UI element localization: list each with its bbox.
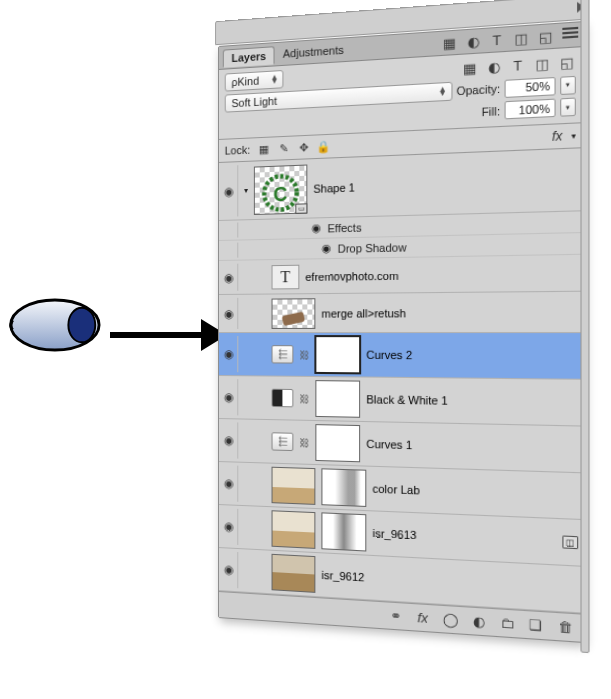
layer-row-selected[interactable]: ◉ ⬱ ⛓ Curves 2 — [219, 333, 583, 380]
layer-thumb[interactable] — [272, 467, 316, 505]
filter-adjust-icon[interactable]: ◐ — [465, 33, 480, 49]
fx-dropdown-icon[interactable]: ▾ — [571, 131, 576, 141]
lock-all-icon[interactable]: 🔒 — [316, 138, 332, 155]
filter-pixel-icon[interactable]: ▦ — [442, 35, 457, 51]
layer-thumb[interactable] — [272, 510, 316, 549]
vector-badge-icon: ▭ — [295, 203, 307, 214]
layer-name[interactable]: isr_9612 — [321, 569, 364, 584]
visibility-eye-icon[interactable]: ◉ — [311, 221, 321, 235]
curves-adjust-icon: ⬱ — [272, 345, 294, 363]
layer-name[interactable]: Curves 1 — [366, 438, 412, 452]
filter-pixel2-icon[interactable]: ▦ — [461, 59, 478, 77]
layer-name[interactable]: Black & White 1 — [366, 393, 448, 407]
visibility-eye-icon[interactable]: ◉ — [219, 551, 238, 588]
link-icon[interactable]: ⛓ — [299, 433, 309, 452]
mask-thumb[interactable] — [321, 512, 366, 551]
layer-name[interactable]: Shape 1 — [313, 181, 355, 195]
layer-row[interactable]: ◉ ⛓ Black & White 1 — [219, 376, 583, 427]
kind-label: Kind — [238, 74, 259, 87]
visibility-eye-icon[interactable]: ◉ — [219, 298, 238, 329]
effects-label: Effects — [327, 221, 361, 234]
curves-adjust-icon: ⬱ — [272, 432, 294, 451]
mask-thumb[interactable] — [315, 380, 360, 418]
new-fill-adjust-icon[interactable]: ◐ — [470, 612, 487, 630]
eye-icon — [5, 290, 101, 360]
layer-name[interactable]: efremovphoto.com — [305, 269, 398, 283]
layers-panel: Layers Adjustments ▦ ◐ T ◫ ◱ ρ Kind ▲▼ ▦ — [218, 21, 584, 643]
layer-row[interactable]: ◉ merge all>retush — [219, 292, 583, 333]
filter-smart2-icon[interactable]: ◱ — [558, 53, 576, 71]
visibility-eye-icon[interactable]: ◉ — [219, 508, 238, 545]
drop-shadow-label: Drop Shadow — [338, 241, 407, 255]
fx-indicator[interactable]: fx — [552, 129, 562, 145]
link-icon[interactable]: ⛓ — [299, 389, 309, 408]
layer-name[interactable]: isr_9613 — [372, 527, 416, 542]
blend-mode-value: Soft Light — [232, 95, 277, 110]
visibility-blank[interactable] — [219, 222, 238, 238]
visibility-eye-icon[interactable]: ◉ — [219, 422, 238, 459]
visibility-blank[interactable] — [219, 243, 238, 258]
layer-name[interactable]: Curves 2 — [366, 349, 412, 362]
type-layer-icon: T — [272, 264, 300, 289]
link-layers-icon[interactable]: ⚭ — [387, 607, 404, 625]
svg-point-1 — [68, 308, 95, 343]
filter-type2-icon[interactable]: T — [509, 56, 527, 74]
smart-object-icon: ◫ — [562, 535, 578, 549]
visibility-eye-icon[interactable]: ◉ — [321, 242, 331, 256]
layer-thumb[interactable] — [272, 298, 316, 329]
tab-adjustments[interactable]: Adjustments — [275, 41, 352, 62]
layer-row[interactable]: ◉ T efremovphoto.com — [219, 255, 583, 295]
new-group-icon[interactable]: 🗀 — [498, 614, 516, 632]
visibility-eye-icon[interactable]: ◉ — [219, 379, 238, 415]
layer-thumb[interactable] — [272, 554, 316, 593]
visibility-eye-icon[interactable]: ◉ — [219, 264, 238, 291]
visibility-eye-icon[interactable]: ◉ — [219, 165, 238, 217]
bw-adjust-icon — [272, 389, 294, 408]
lock-position-icon[interactable]: ✥ — [296, 139, 312, 156]
visibility-eye-icon[interactable]: ◉ — [219, 336, 238, 372]
add-mask-icon[interactable]: ◯ — [442, 611, 459, 629]
mask-thumb[interactable] — [321, 468, 366, 507]
filter-shape2-icon[interactable]: ◫ — [533, 55, 551, 73]
filter-smart-icon[interactable]: ◱ — [538, 28, 554, 44]
fill-input[interactable]: 100% — [505, 99, 556, 120]
layer-list: ◉ ▾ C ▭ Shape 1 ◉ Effects — [219, 148, 583, 613]
filter-type-icon[interactable]: T — [489, 32, 504, 48]
eye-arrow-illustration — [5, 280, 225, 400]
fx-menu-icon[interactable]: fx — [414, 609, 431, 627]
panel-frame-edge — [580, 0, 589, 653]
layer-name[interactable]: color Lab — [372, 482, 419, 496]
panel-menu-icon[interactable] — [562, 27, 578, 43]
retouch-content — [282, 311, 306, 326]
mask-thumb[interactable] — [315, 336, 360, 373]
link-icon[interactable]: ⛓ — [299, 345, 309, 363]
lock-transparency-icon[interactable]: ▦ — [256, 141, 272, 158]
svg-text:C: C — [273, 181, 287, 204]
opacity-input[interactable]: 50% — [505, 76, 556, 97]
delete-layer-icon[interactable]: 🗑 — [556, 618, 574, 636]
fill-dropdown-icon[interactable]: ▾ — [560, 98, 576, 117]
layer-name[interactable]: merge all>retush — [321, 306, 406, 319]
filter-adjust2-icon[interactable]: ◐ — [485, 58, 502, 76]
expand-triangle-icon[interactable]: ▾ — [244, 186, 248, 195]
filter-shape-icon[interactable]: ◫ — [513, 30, 528, 46]
new-layer-icon[interactable]: ❏ — [527, 616, 545, 634]
kind-select[interactable]: ρ Kind ▲▼ — [225, 70, 284, 92]
arrow-line — [110, 332, 205, 338]
lock-label: Lock: — [225, 144, 251, 157]
tab-layers[interactable]: Layers — [223, 46, 275, 68]
lock-pixels-icon[interactable]: ✎ — [276, 140, 292, 157]
layer-thumb[interactable]: C ▭ — [254, 164, 307, 215]
visibility-eye-icon[interactable]: ◉ — [219, 465, 238, 502]
mask-thumb[interactable] — [315, 424, 360, 462]
opacity-label: Opacity: — [456, 82, 500, 97]
opacity-dropdown-icon[interactable]: ▾ — [560, 75, 576, 94]
fill-label: Fill: — [482, 104, 501, 118]
